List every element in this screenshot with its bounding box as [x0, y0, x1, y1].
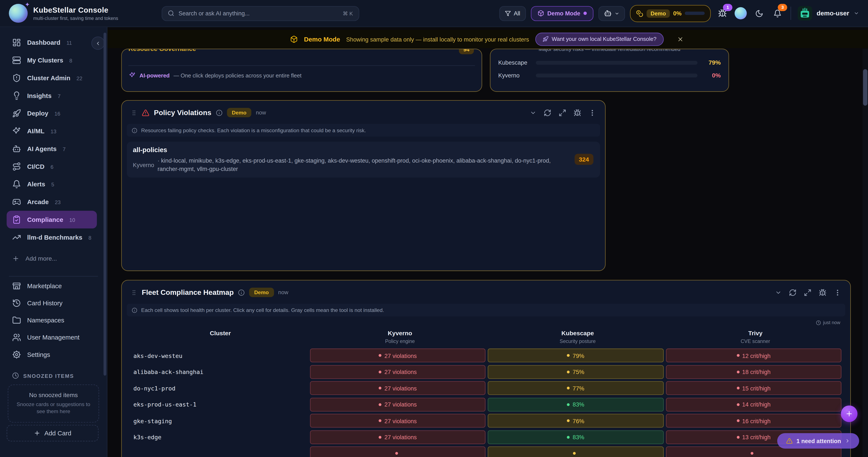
violation-row[interactable]: all-policies Kyverno · kind-local, minik…: [127, 142, 600, 178]
sidebar-item[interactable]: Settings: [0, 346, 107, 363]
heatmap-cell[interactable]: 12 crit/high: [666, 349, 841, 362]
last-updated: just now: [122, 317, 850, 325]
heatmap-cell[interactable]: 16 crit/high: [666, 414, 841, 428]
info-icon[interactable]: [238, 289, 245, 296]
heatmap-cell[interactable]: 75%: [488, 365, 663, 379]
status-dot: [573, 452, 576, 455]
heatmap-cell[interactable]: 27 violations: [310, 365, 486, 379]
sidebar-item[interactable]: Deploy 16: [0, 105, 107, 122]
debug-button[interactable]: [574, 109, 581, 117]
progress-track: [536, 73, 698, 77]
heatmap-cell[interactable]: [310, 446, 486, 457]
cluster-name: eks-prod-us-east-1: [131, 397, 310, 412]
sidebar-collapse-button[interactable]: [91, 37, 105, 50]
sidebar-item[interactable]: My Clusters 8: [0, 51, 107, 69]
heatmap-cell[interactable]: 14 crit/high: [666, 397, 841, 412]
sidebar-scrollbar[interactable]: [103, 33, 106, 376]
card-info-strip: Resources failing policy checks. Each vi…: [127, 124, 600, 136]
heatmap-cell[interactable]: 27 violations: [310, 397, 486, 412]
expand-button[interactable]: [804, 288, 811, 296]
divider: [9, 276, 98, 276]
banner-close-button[interactable]: [675, 34, 685, 44]
heatmap-row: gke-staging 27 violations: [131, 414, 841, 428]
sidebar-item[interactable]: Dashboard 11: [0, 34, 107, 52]
sidebar-item[interactable]: Insights 7: [0, 87, 107, 105]
drag-handle-icon[interactable]: [131, 109, 137, 117]
agent-menu-button[interactable]: [598, 6, 625, 21]
refresh-button[interactable]: [544, 109, 551, 117]
snoozed-items-header: SNOOZED ITEMS: [0, 363, 107, 382]
heatmap-cell[interactable]: 76%: [488, 414, 663, 428]
banner-cta-button[interactable]: Want your own local KubeStellar Console?: [535, 32, 663, 45]
sidebar-add-more[interactable]: Add more...: [0, 251, 107, 266]
expand-button[interactable]: [559, 109, 566, 117]
collapse-card-button[interactable]: [530, 109, 536, 116]
ai-note: AI-powered — One click deploys policies …: [122, 66, 482, 78]
sidebar-item[interactable]: Namespaces: [0, 312, 107, 329]
resource-governance-card: Resource Governance 94 AI-powered — One …: [121, 49, 482, 92]
heatmap-cell[interactable]: 18 crit/high: [666, 365, 841, 379]
heatmap-cell[interactable]: 27 violations: [310, 381, 486, 395]
score-row: Kyverno 0%: [491, 72, 728, 78]
bug-report-button[interactable]: 1: [716, 7, 729, 20]
heatmap-cell[interactable]: 77%: [488, 381, 663, 395]
plus-icon: [12, 255, 20, 262]
more-options-button[interactable]: [834, 288, 841, 296]
sidebar-item[interactable]: User Management: [0, 329, 107, 346]
theme-toggle-button[interactable]: [752, 7, 766, 20]
heatmap-cell[interactable]: 27 violations: [310, 414, 486, 428]
add-fab-button[interactable]: [841, 405, 858, 422]
sidebar-item[interactable]: Alerts 5: [0, 175, 107, 193]
refresh-button[interactable]: [789, 288, 797, 296]
rocket-icon: [542, 36, 548, 42]
policy-violations-card: Policy Violations Demo now Resources fai…: [121, 100, 606, 271]
server-icon: [12, 56, 21, 65]
add-card-button[interactable]: Add Card: [7, 425, 98, 442]
heatmap-cell[interactable]: 79%: [488, 349, 663, 362]
package-icon: [537, 10, 544, 17]
status-dot: [737, 354, 739, 357]
package-icon: [290, 35, 298, 43]
sidebar-item[interactable]: Compliance 10: [7, 211, 97, 228]
sidebar-item[interactable]: Arcade 23: [0, 193, 107, 211]
avatar: [798, 6, 812, 20]
sidebar-item[interactable]: Marketplace: [0, 277, 107, 294]
more-options-button[interactable]: [588, 109, 596, 117]
demo-mode-button[interactable]: Demo Mode: [531, 6, 593, 21]
card-info-strip: Each cell shows tool health per cluster.…: [127, 303, 845, 316]
heatmap-cell[interactable]: 27 violations: [310, 349, 486, 362]
user-menu[interactable]: demo-user: [798, 6, 859, 20]
column-header: Cluster: [131, 330, 310, 344]
trending-up-icon: [12, 233, 21, 241]
sidebar-item[interactable]: AI/ML 13: [0, 122, 107, 140]
filter-all-button[interactable]: All: [499, 6, 526, 21]
collapse-card-button[interactable]: [775, 289, 782, 296]
progress-track: [536, 61, 698, 64]
planet-button[interactable]: [734, 7, 747, 20]
gamepad-icon: [12, 197, 21, 206]
drag-handle-icon[interactable]: [131, 288, 137, 296]
heatmap-cell[interactable]: 15 crit/high: [666, 381, 841, 395]
heatmap-cell[interactable]: [488, 446, 663, 457]
heatmap-cell[interactable]: 83%: [488, 397, 663, 412]
sidebar-item[interactable]: Card History: [0, 294, 107, 311]
heatmap-cell[interactable]: 27 violations: [310, 430, 486, 444]
heatmap-row: alibaba-ack-shanghai 27 violations: [131, 365, 841, 379]
attention-pill-button[interactable]: 1 need attention: [777, 433, 859, 449]
fleet-compliance-heatmap-card: Fleet Compliance Heatmap Demo now Each c…: [121, 280, 851, 457]
notifications-button[interactable]: 3: [771, 7, 784, 20]
sidebar-item[interactable]: AI Agents 7: [0, 140, 107, 158]
status-dot: [567, 435, 570, 438]
status-dot: [379, 435, 382, 438]
users-icon: [12, 333, 21, 341]
sidebar-item[interactable]: CI/CD 6: [0, 158, 107, 175]
debug-button[interactable]: [819, 288, 827, 296]
page-scrollbar-thumb[interactable]: [863, 69, 868, 106]
moon-icon: [755, 9, 763, 18]
search-input[interactable]: Search or ask AI anything... ⌘ K: [161, 6, 359, 21]
token-usage-badge[interactable]: Demo 0%: [630, 5, 711, 22]
sidebar-item[interactable]: llm-d Benchmarks 8: [0, 228, 107, 246]
heatmap-cell[interactable]: 83%: [488, 430, 663, 444]
info-icon[interactable]: [216, 109, 222, 116]
sidebar-item[interactable]: Cluster Admin 22: [0, 69, 107, 87]
